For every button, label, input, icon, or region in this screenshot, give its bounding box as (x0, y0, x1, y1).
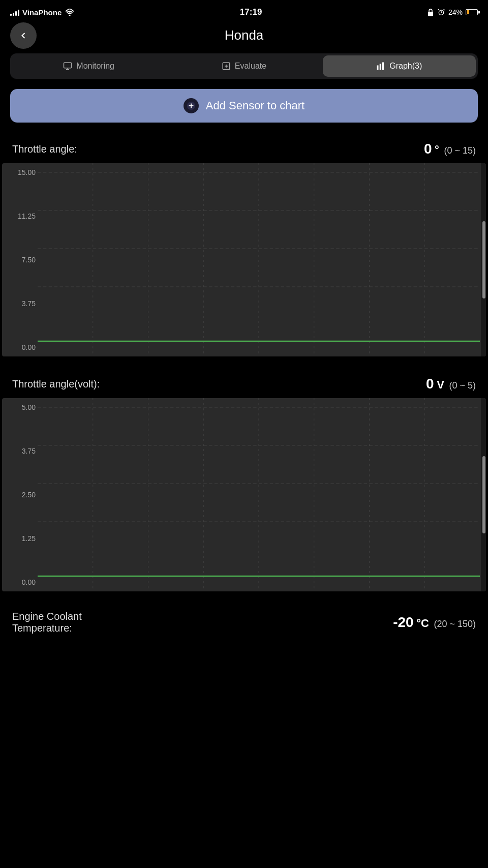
back-button[interactable] (10, 22, 37, 49)
svg-rect-9 (377, 66, 379, 70)
bar-chart-icon (376, 62, 385, 71)
monitor-icon (63, 62, 72, 71)
tab-evaluate[interactable]: Evaluate (167, 55, 320, 77)
add-sensor-button[interactable]: Add Sensor to chart (10, 89, 478, 123)
tab-bar: Monitoring Evaluate Graph(3) (10, 53, 478, 79)
scroll-indicator (481, 163, 486, 356)
status-right: 24% (427, 8, 478, 16)
add-sensor-label: Add Sensor to chart (206, 99, 304, 112)
tab-monitoring-label: Monitoring (76, 62, 114, 71)
plus-square-icon (222, 62, 231, 71)
tab-evaluate-label: Evaluate (235, 62, 266, 71)
svg-rect-10 (380, 64, 381, 70)
chart-throttle-angle-title: Throttle angle: (12, 143, 77, 155)
chart-engine-coolant-header: Engine CoolantTemperature: -20 °C (20 ~ … (0, 605, 488, 640)
tab-graph-label: Graph(3) (389, 62, 422, 71)
chart-throttle-volt-value: 0 V (0 ~ 5) (426, 376, 476, 392)
signal-bars (10, 9, 19, 16)
svg-rect-1 (428, 12, 433, 16)
chart-throttle-volt-ylabels: 5.00 3.75 2.50 1.25 0.00 (2, 398, 38, 591)
chart-throttle-volt: Throttle angle(volt): 0 V (0 ~ 5) 5.00 3… (0, 370, 488, 600)
status-time: 17:19 (240, 7, 262, 17)
battery-percent: 24% (448, 8, 463, 16)
chart-throttle-angle: Throttle angle: 0 ° (0 ~ 15) 15.00 11.25… (0, 135, 488, 365)
chart-throttle-angle-value: 0 ° (0 ~ 15) (424, 141, 476, 157)
chart-throttle-angle-canvas (38, 163, 480, 356)
svg-rect-11 (382, 63, 384, 70)
status-left: VinaPhone (10, 8, 75, 17)
chart-throttle-volt-title: Throttle angle(volt): (12, 378, 100, 390)
battery-indicator (466, 9, 478, 15)
tab-monitoring[interactable]: Monitoring (12, 55, 165, 77)
chart-throttle-angle-plot: 15.00 11.25 7.50 3.75 0.00 (2, 163, 486, 356)
alarm-icon (437, 8, 445, 16)
chart-engine-coolant: Engine CoolantTemperature: -20 °C (20 ~ … (0, 605, 488, 648)
chart-throttle-volt-plot: 5.00 3.75 2.50 1.25 0.00 (2, 398, 486, 591)
carrier-name: VinaPhone (22, 8, 62, 17)
tab-graph[interactable]: Graph(3) (323, 55, 476, 77)
chart-engine-coolant-title: Engine CoolantTemperature: (12, 611, 82, 634)
status-bar: VinaPhone 17:19 24% (0, 0, 488, 22)
page-title: Honda (225, 27, 264, 43)
svg-point-0 (69, 15, 71, 16)
chart-throttle-angle-ylabels: 15.00 11.25 7.50 3.75 0.00 (2, 163, 38, 356)
scroll-indicator-2 (481, 398, 486, 591)
lock-icon (427, 8, 434, 16)
chart-throttle-volt-header: Throttle angle(volt): 0 V (0 ~ 5) (0, 370, 488, 398)
plus-circle-icon (184, 98, 199, 113)
svg-rect-3 (64, 63, 72, 68)
chart-throttle-volt-canvas (38, 398, 480, 591)
chart-throttle-angle-header: Throttle angle: 0 ° (0 ~ 15) (0, 135, 488, 163)
wifi-icon (65, 9, 75, 16)
header: Honda (0, 22, 488, 53)
chart-engine-coolant-value: -20 °C (20 ~ 150) (393, 614, 476, 631)
